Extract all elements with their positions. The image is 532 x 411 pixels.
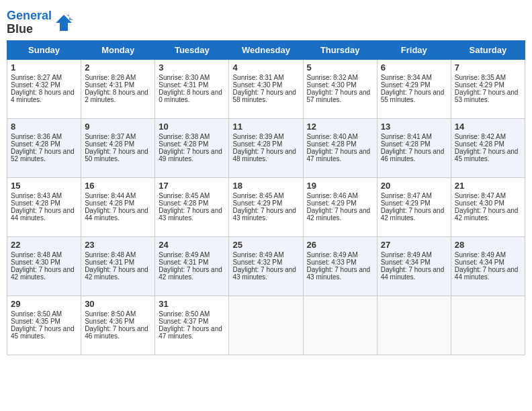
sunset-label: Sunset: 4:29 PM	[381, 81, 431, 89]
day-number: 20	[381, 181, 447, 191]
sunset-label: Sunset: 4:31 PM	[85, 81, 134, 89]
sunset-label: Sunset: 4:32 PM	[232, 259, 282, 266]
day-header-wednesday: Wednesday	[229, 40, 303, 59]
daylight-label: Daylight: 7 hours and 45 minutes.	[455, 148, 519, 163]
sunrise-label: Sunrise: 8:39 AM	[232, 133, 283, 140]
sunset-label: Sunset: 4:30 PM	[455, 199, 504, 207]
day-number: 9	[85, 122, 151, 132]
day-number: 2	[85, 62, 151, 73]
sunrise-label: Sunrise: 8:37 AM	[85, 133, 136, 140]
day-number: 8	[11, 122, 77, 132]
calendar-cell: 12 Sunrise: 8:40 AM Sunset: 4:28 PM Dayl…	[303, 118, 377, 177]
header: GeneralBlue	[7, 7, 525, 36]
day-number: 21	[455, 181, 521, 191]
sunset-label: Sunset: 4:28 PM	[381, 140, 431, 148]
calendar-cell	[451, 295, 525, 355]
calendar-cell: 31 Sunrise: 8:50 AM Sunset: 4:37 PM Dayl…	[155, 295, 229, 355]
sunset-label: Sunset: 4:32 PM	[11, 81, 60, 89]
day-number: 26	[307, 240, 373, 250]
calendar-cell: 7 Sunrise: 8:35 AM Sunset: 4:29 PM Dayli…	[451, 59, 525, 118]
sunset-label: Sunset: 4:30 PM	[11, 259, 60, 266]
day-number: 5	[307, 62, 373, 73]
daylight-label: Daylight: 7 hours and 43 minutes.	[232, 266, 296, 281]
calendar-cell: 17 Sunrise: 8:45 AM Sunset: 4:28 PM Dayl…	[155, 177, 229, 236]
sunrise-label: Sunrise: 8:49 AM	[159, 251, 210, 259]
sunset-label: Sunset: 4:33 PM	[307, 259, 357, 266]
day-number: 18	[232, 181, 299, 191]
calendar-cell: 24 Sunrise: 8:49 AM Sunset: 4:31 PM Dayl…	[155, 236, 229, 295]
daylight-label: Daylight: 8 hours and 0 minutes.	[159, 89, 222, 103]
calendar-cell: 6 Sunrise: 8:34 AM Sunset: 4:29 PM Dayli…	[377, 59, 451, 118]
calendar-cell: 18 Sunrise: 8:45 AM Sunset: 4:29 PM Dayl…	[229, 177, 303, 236]
day-number: 17	[159, 181, 225, 191]
sunset-label: Sunset: 4:37 PM	[159, 318, 208, 325]
sunset-label: Sunset: 4:28 PM	[11, 140, 60, 148]
daylight-label: Daylight: 7 hours and 55 minutes.	[381, 89, 445, 103]
sunrise-label: Sunrise: 8:49 AM	[232, 251, 283, 259]
day-number: 28	[455, 240, 521, 250]
logo-icon	[54, 13, 73, 32]
day-header-saturday: Saturday	[451, 40, 525, 59]
logo-text: GeneralBlue	[7, 9, 52, 36]
daylight-label: Daylight: 7 hours and 44 minutes.	[381, 266, 445, 281]
calendar-cell: 3 Sunrise: 8:30 AM Sunset: 4:31 PM Dayli…	[155, 59, 229, 118]
sunrise-label: Sunrise: 8:47 AM	[381, 192, 432, 199]
calendar-cell: 15 Sunrise: 8:43 AM Sunset: 4:28 PM Dayl…	[7, 177, 81, 236]
day-number: 15	[11, 181, 77, 191]
sunset-label: Sunset: 4:34 PM	[455, 259, 504, 266]
sunrise-label: Sunrise: 8:44 AM	[85, 192, 136, 199]
calendar-cell: 14 Sunrise: 8:42 AM Sunset: 4:28 PM Dayl…	[451, 118, 525, 177]
sunset-label: Sunset: 4:28 PM	[232, 140, 282, 148]
sunrise-label: Sunrise: 8:43 AM	[11, 192, 62, 199]
calendar-cell: 4 Sunrise: 8:31 AM Sunset: 4:30 PM Dayli…	[229, 59, 303, 118]
calendar-cell: 19 Sunrise: 8:46 AM Sunset: 4:29 PM Dayl…	[303, 177, 377, 236]
sunset-label: Sunset: 4:29 PM	[232, 199, 282, 207]
sunrise-label: Sunrise: 8:45 AM	[159, 192, 210, 199]
daylight-label: Daylight: 8 hours and 2 minutes.	[85, 89, 148, 103]
day-header-friday: Friday	[377, 40, 451, 59]
calendar-cell: 20 Sunrise: 8:47 AM Sunset: 4:29 PM Dayl…	[377, 177, 451, 236]
daylight-label: Daylight: 7 hours and 45 minutes.	[11, 325, 75, 340]
calendar-cell: 29 Sunrise: 8:50 AM Sunset: 4:35 PM Dayl…	[7, 295, 81, 355]
calendar-cell: 23 Sunrise: 8:48 AM Sunset: 4:31 PM Dayl…	[81, 236, 155, 295]
sunrise-label: Sunrise: 8:27 AM	[11, 74, 62, 81]
sunset-label: Sunset: 4:28 PM	[85, 140, 134, 148]
sunset-label: Sunset: 4:28 PM	[11, 199, 60, 207]
sunset-label: Sunset: 4:28 PM	[307, 140, 357, 148]
daylight-label: Daylight: 7 hours and 50 minutes.	[85, 148, 148, 163]
day-number: 19	[307, 181, 373, 191]
calendar-week-3: 15 Sunrise: 8:43 AM Sunset: 4:28 PM Dayl…	[7, 177, 525, 236]
sunrise-label: Sunrise: 8:36 AM	[11, 133, 62, 140]
sunset-label: Sunset: 4:29 PM	[381, 199, 431, 207]
sunrise-label: Sunrise: 8:50 AM	[11, 310, 62, 318]
sunset-label: Sunset: 4:31 PM	[159, 259, 208, 266]
calendar-week-4: 22 Sunrise: 8:48 AM Sunset: 4:30 PM Dayl…	[7, 236, 525, 295]
daylight-label: Daylight: 7 hours and 42 minutes.	[307, 207, 371, 222]
sunset-label: Sunset: 4:29 PM	[307, 199, 357, 207]
calendar-week-1: 1 Sunrise: 8:27 AM Sunset: 4:32 PM Dayli…	[7, 59, 525, 118]
daylight-label: Daylight: 7 hours and 42 minutes.	[455, 207, 519, 222]
sunset-label: Sunset: 4:30 PM	[232, 81, 282, 89]
calendar-cell: 22 Sunrise: 8:48 AM Sunset: 4:30 PM Dayl…	[7, 236, 81, 295]
calendar-cell: 1 Sunrise: 8:27 AM Sunset: 4:32 PM Dayli…	[7, 59, 81, 118]
sunrise-label: Sunrise: 8:30 AM	[159, 74, 210, 81]
day-number: 11	[232, 122, 299, 132]
sunrise-label: Sunrise: 8:28 AM	[85, 74, 136, 81]
calendar-cell: 27 Sunrise: 8:49 AM Sunset: 4:34 PM Dayl…	[377, 236, 451, 295]
day-number: 3	[159, 62, 225, 73]
sunset-label: Sunset: 4:35 PM	[11, 318, 60, 325]
sunset-label: Sunset: 4:28 PM	[159, 140, 208, 148]
day-number: 25	[232, 240, 299, 250]
day-number: 4	[232, 62, 299, 73]
day-header-sunday: Sunday	[7, 40, 81, 59]
daylight-label: Daylight: 7 hours and 46 minutes.	[85, 325, 148, 340]
day-number: 1	[11, 62, 77, 73]
daylight-label: Daylight: 7 hours and 48 minutes.	[232, 148, 296, 163]
calendar-cell: 30 Sunrise: 8:50 AM Sunset: 4:36 PM Dayl…	[81, 295, 155, 355]
daylight-label: Daylight: 8 hours and 4 minutes.	[11, 89, 75, 103]
day-number: 14	[455, 122, 521, 132]
daylight-label: Daylight: 7 hours and 49 minutes.	[159, 148, 222, 163]
sunrise-label: Sunrise: 8:34 AM	[381, 74, 432, 81]
day-number: 24	[159, 240, 225, 250]
day-number: 29	[11, 299, 77, 309]
